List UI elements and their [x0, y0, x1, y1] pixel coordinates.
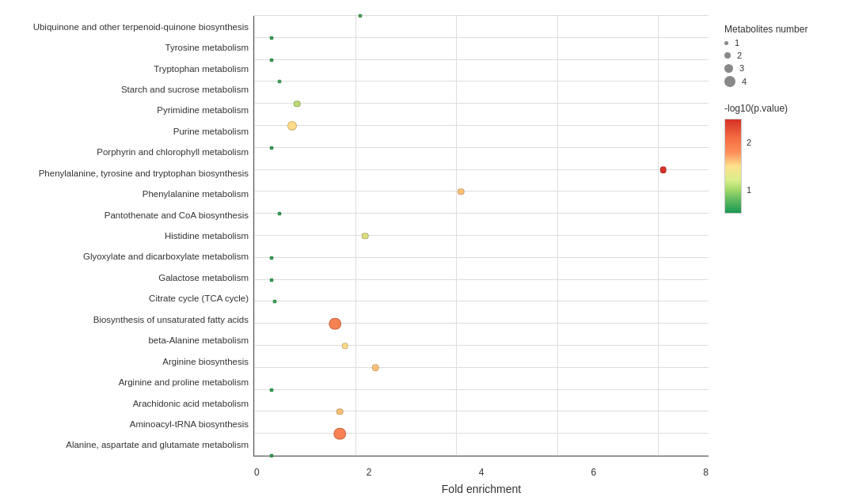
data-dot: [277, 212, 281, 216]
data-dot: [336, 408, 344, 415]
y-label-item: Histidine metabolism: [8, 226, 249, 245]
y-label-item: Biosynthesis of unsaturated fatty acids: [8, 310, 249, 329]
data-dot: [458, 188, 465, 195]
color-legend: -log10(p.value) 2 1: [724, 103, 847, 214]
y-label-item: Aminoacyl-tRNA biosynthesis: [8, 415, 249, 434]
grid-line-horizontal: [254, 103, 709, 104]
x-axis-labels: 02468: [254, 467, 709, 478]
y-axis-labels: Ubiquinone and other terpenoid-quinone b…: [8, 16, 253, 457]
y-label-item: Arachidonic acid metabolism: [8, 394, 249, 413]
y-label-item: Porphyrin and chlorophyll metabolism: [8, 143, 249, 162]
grid-line-horizontal: [254, 301, 709, 301]
grid-line-horizontal: [254, 147, 709, 148]
y-label-item: Arginine and proline metabolism: [8, 373, 249, 392]
y-label-item: beta-Alanine metabolism: [8, 332, 249, 351]
y-label-item: Phenylalanine, tyrosine and tryptophan b…: [8, 164, 249, 183]
y-label-item: Phenylalanine metabolism: [8, 185, 249, 204]
legend-size-dot: [724, 76, 735, 87]
legend-size-dot: [724, 41, 728, 45]
x-axis-label-item: 6: [591, 467, 596, 478]
y-label-item: Purine metabolism: [8, 122, 249, 141]
color-label-1: 1: [747, 185, 751, 195]
grid-line-horizontal: [254, 367, 709, 368]
data-dot: [329, 317, 341, 330]
y-label-item: Tyrosine metabolism: [8, 38, 249, 57]
data-dot: [362, 233, 369, 240]
y-label-item: Galactose metabolism: [8, 268, 249, 287]
data-dot: [270, 454, 274, 458]
y-label-item: Tryptophan metabolism: [8, 59, 249, 78]
grid-line-horizontal: [254, 81, 709, 81]
size-legend-title: Metabolites number: [724, 24, 847, 35]
data-dot: [294, 100, 301, 108]
data-dot: [270, 388, 274, 392]
x-axis-title: Fold enrichment: [254, 483, 709, 495]
grid-line-horizontal: [254, 323, 709, 324]
grid-line-horizontal: [254, 191, 709, 191]
grid-lines: [254, 16, 709, 456]
grid-line-horizontal: [254, 37, 709, 38]
legend-dot-label: 1: [735, 38, 739, 47]
data-dot: [287, 121, 297, 131]
data-dot: [342, 343, 349, 350]
grid-line-horizontal: [254, 169, 709, 170]
x-axis-label-item: 4: [479, 467, 484, 478]
grid-line-horizontal: [254, 59, 709, 60]
color-label-2: 2: [747, 138, 751, 147]
y-label-item: Pyrimidine metabolism: [8, 101, 249, 120]
data-dot: [270, 58, 274, 62]
y-label-item: Pantothenate and CoA biosynthesis: [8, 206, 249, 225]
legend-dot-row: 2: [724, 51, 847, 60]
grid-line-horizontal: [254, 433, 709, 434]
data-dot: [270, 146, 274, 150]
y-label-item: Starch and sucrose metabolism: [8, 80, 249, 99]
data-dot: [372, 365, 379, 372]
y-label-item: Citrate cycle (TCA cycle): [8, 290, 249, 309]
x-axis-label-item: 0: [254, 467, 260, 478]
y-label-item: Arginine biosynthesis: [8, 352, 249, 371]
color-bar-container: 2 1: [724, 119, 847, 214]
x-axis-label-item: 2: [367, 467, 372, 478]
x-axis-label-item: 8: [703, 467, 709, 478]
data-dot: [358, 14, 362, 18]
grid-line-horizontal: [254, 389, 709, 390]
grid-line-horizontal: [254, 235, 709, 236]
grid-line-horizontal: [254, 15, 709, 16]
legend-dots: 1234: [724, 38, 847, 87]
grid-line-horizontal: [254, 455, 709, 456]
data-dot: [277, 80, 281, 84]
legend-dot-row: 3: [724, 63, 847, 73]
grid-line-horizontal: [254, 411, 709, 411]
grid-line-horizontal: [254, 279, 709, 280]
grid-line-horizontal: [254, 257, 709, 258]
y-label-item: Ubiquinone and other terpenoid-quinone b…: [8, 17, 249, 36]
color-bar: [724, 119, 742, 214]
chart-container: Ubiquinone and other terpenoid-quinone b…: [0, 0, 855, 504]
legend-area: Metabolites number 1234 -log10(p.value) …: [709, 16, 847, 457]
legend-dot-row: 4: [724, 76, 847, 87]
data-dot: [659, 166, 667, 173]
y-label-item: Glyoxylate and dicarboxylate metabolism: [8, 248, 249, 267]
data-dot: [334, 427, 347, 440]
grid-line-horizontal: [254, 345, 709, 346]
y-label-item: Alanine, aspartate and glutamate metabol…: [8, 436, 249, 455]
legend-size-dot: [724, 52, 731, 59]
color-legend-title: -log10(p.value): [724, 103, 847, 114]
data-dot: [270, 36, 274, 40]
legend-dot-label: 3: [739, 63, 744, 73]
data-dot: [270, 278, 274, 282]
legend-dot-label: 4: [742, 77, 747, 86]
legend-dot-label: 2: [737, 51, 742, 60]
plot-area: 02468 Fold enrichment: [253, 16, 709, 457]
legend-size-dot: [724, 64, 733, 73]
color-bar-labels: 2 1: [747, 119, 751, 214]
size-legend: Metabolites number 1234: [724, 24, 847, 87]
grid-line-horizontal: [254, 213, 709, 214]
grid-line-horizontal: [254, 125, 709, 126]
legend-dot-row: 1: [724, 38, 847, 47]
data-dot: [270, 256, 274, 260]
data-dot: [272, 300, 276, 304]
